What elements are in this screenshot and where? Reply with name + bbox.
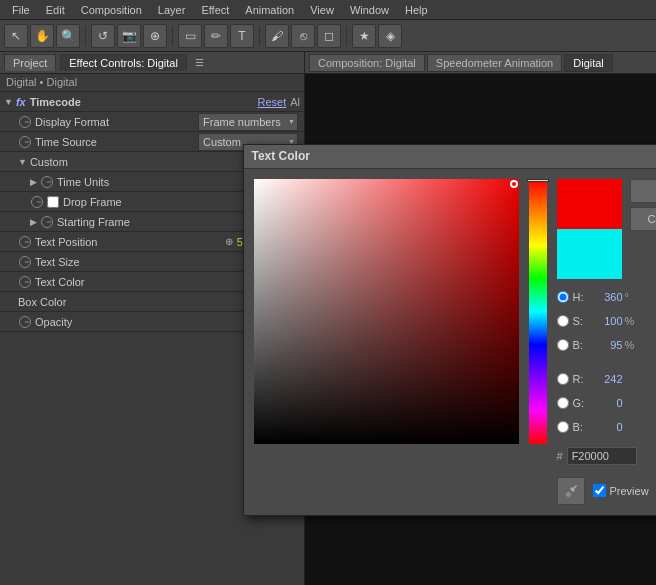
hsb-s-radio[interactable] xyxy=(557,315,569,327)
hsb-b-radio[interactable] xyxy=(557,339,569,351)
tool-pen[interactable]: ✏ xyxy=(204,24,228,48)
hsb-b-value[interactable]: 95 xyxy=(593,339,623,351)
color-fields-hsb: H: 360 ° S: 100 % xyxy=(557,287,657,465)
timecode-collapse-triangle[interactable]: ▼ xyxy=(4,97,13,107)
preview-label: Preview xyxy=(610,485,649,497)
hsb-s-value[interactable]: 100 xyxy=(593,315,623,327)
starting-frame-triangle[interactable]: ▶ xyxy=(30,217,37,227)
panel-header: Project Effect Controls: Digital ☰ xyxy=(0,52,304,74)
color-dialog-titlebar: Text Color × xyxy=(244,145,657,169)
hue-slider[interactable] xyxy=(529,179,547,444)
custom-group-triangle[interactable]: ▼ xyxy=(18,157,27,167)
menu-layer[interactable]: Layer xyxy=(150,2,194,18)
fx-timecode-label: Timecode xyxy=(30,96,81,108)
hsb-b-row: B: 95 % xyxy=(557,335,657,355)
time-units-triangle[interactable]: ▶ xyxy=(30,177,37,187)
toolbar-separator-4 xyxy=(346,26,347,46)
menu-effect[interactable]: Effect xyxy=(193,2,237,18)
color-swatch-new[interactable] xyxy=(557,179,622,229)
tool-mask[interactable]: ▭ xyxy=(178,24,202,48)
eyedropper-button[interactable] xyxy=(557,477,585,505)
tool-hand[interactable]: ✋ xyxy=(30,24,54,48)
rgb-b-label: B: xyxy=(573,421,593,433)
hsb-h-radio[interactable] xyxy=(557,291,569,303)
panel-menu-icon[interactable]: ☰ xyxy=(195,57,204,68)
toolbar-separator-3 xyxy=(259,26,260,46)
tool-puppet[interactable]: ★ xyxy=(352,24,376,48)
tool-select[interactable]: ↖ xyxy=(4,24,28,48)
right-tabs: Composition: Digital Speedometer Animati… xyxy=(309,54,613,72)
rgb-b-row: B: 0 xyxy=(557,417,657,437)
menu-composition[interactable]: Composition xyxy=(73,2,150,18)
preview-checkbox[interactable] xyxy=(593,484,606,497)
hex-row: # xyxy=(557,447,657,465)
toolbar-separator-1 xyxy=(85,26,86,46)
time-source-label: Time Source xyxy=(35,136,198,148)
color-dialog: Text Color × xyxy=(243,144,657,516)
color-gradient-picker[interactable] xyxy=(254,179,519,444)
color-cancel-button[interactable]: Cancel xyxy=(630,207,657,231)
hex-input[interactable] xyxy=(567,447,637,465)
rgb-g-row: G: 0 xyxy=(557,393,657,413)
prop-display-format: Display Format Frame numbers xyxy=(0,112,304,132)
tool-eraser[interactable]: ◻ xyxy=(317,24,341,48)
tab-speedometer[interactable]: Speedometer Animation xyxy=(427,54,562,72)
menu-animation[interactable]: Animation xyxy=(237,2,302,18)
rgb-r-value[interactable]: 242 xyxy=(593,373,623,385)
rgb-r-label: R: xyxy=(573,373,593,385)
right-panel-header: Composition: Digital Speedometer Animati… xyxy=(305,52,656,74)
menu-window[interactable]: Window xyxy=(342,2,397,18)
top-right-row: OK Cancel xyxy=(557,179,657,279)
tab-project[interactable]: Project xyxy=(4,54,56,71)
text-position-label: Text Position xyxy=(35,236,225,248)
tool-rotate[interactable]: ↺ xyxy=(91,24,115,48)
hsb-h-row: H: 360 ° xyxy=(557,287,657,307)
tool-clone[interactable]: ⎋ xyxy=(291,24,315,48)
clock-icon-drop xyxy=(30,195,44,209)
rgb-r-radio[interactable] xyxy=(557,373,569,385)
bottom-row: Preview xyxy=(557,477,657,505)
breadcrumb: Digital • Digital xyxy=(0,74,304,92)
hsb-h-value[interactable]: 360 xyxy=(593,291,623,303)
rgb-b-value[interactable]: 0 xyxy=(593,421,623,433)
tab-composition-digital[interactable]: Composition: Digital xyxy=(309,54,425,72)
fx-reset-button[interactable]: Reset xyxy=(257,96,286,108)
clock-icon-time xyxy=(18,135,32,149)
color-dialog-body: OK Cancel H: 360 ° xyxy=(244,169,657,515)
right-panel: Composition: Digital Speedometer Animati… xyxy=(305,52,656,585)
display-format-dropdown-wrap: Frame numbers xyxy=(198,113,298,131)
rgb-g-value[interactable]: 0 xyxy=(593,397,623,409)
tool-brush[interactable]: 🖌 xyxy=(265,24,289,48)
display-format-dropdown[interactable]: Frame numbers xyxy=(198,113,298,131)
menu-edit[interactable]: Edit xyxy=(38,2,73,18)
modal-overlay: Text Color × xyxy=(305,74,656,585)
tool-text[interactable]: T xyxy=(230,24,254,48)
tool-extra[interactable]: ◈ xyxy=(378,24,402,48)
custom-group-label: Custom xyxy=(30,156,68,168)
color-ok-button[interactable]: OK xyxy=(630,179,657,203)
clock-icon-color xyxy=(18,275,32,289)
rgb-g-radio[interactable] xyxy=(557,397,569,409)
menubar: File Edit Composition Layer Effect Anima… xyxy=(0,0,656,20)
hsb-s-label: S: xyxy=(573,315,593,327)
tool-camera[interactable]: 📷 xyxy=(117,24,141,48)
rgb-b-radio[interactable] xyxy=(557,421,569,433)
menu-file[interactable]: File xyxy=(4,2,38,18)
hsb-b-label: B: xyxy=(573,339,593,351)
tool-pan[interactable]: ⊕ xyxy=(143,24,167,48)
toolbar-separator-2 xyxy=(172,26,173,46)
menu-help[interactable]: Help xyxy=(397,2,436,18)
hsb-b-unit: % xyxy=(625,339,635,351)
clock-icon-pos xyxy=(18,235,32,249)
menu-view[interactable]: View xyxy=(302,2,342,18)
tab-effect-controls[interactable]: Effect Controls: Digital xyxy=(60,54,187,71)
clock-icon-display xyxy=(18,115,32,129)
drop-frame-checkbox[interactable] xyxy=(47,196,59,208)
tab-digital[interactable]: Digital xyxy=(564,54,613,72)
clock-icon-start xyxy=(40,215,54,229)
color-swatch-old[interactable] xyxy=(557,229,622,279)
rgb-r-row: R: 242 xyxy=(557,369,657,389)
clock-icon-size xyxy=(18,255,32,269)
hsb-h-unit: ° xyxy=(625,291,629,303)
tool-zoom[interactable]: 🔍 xyxy=(56,24,80,48)
